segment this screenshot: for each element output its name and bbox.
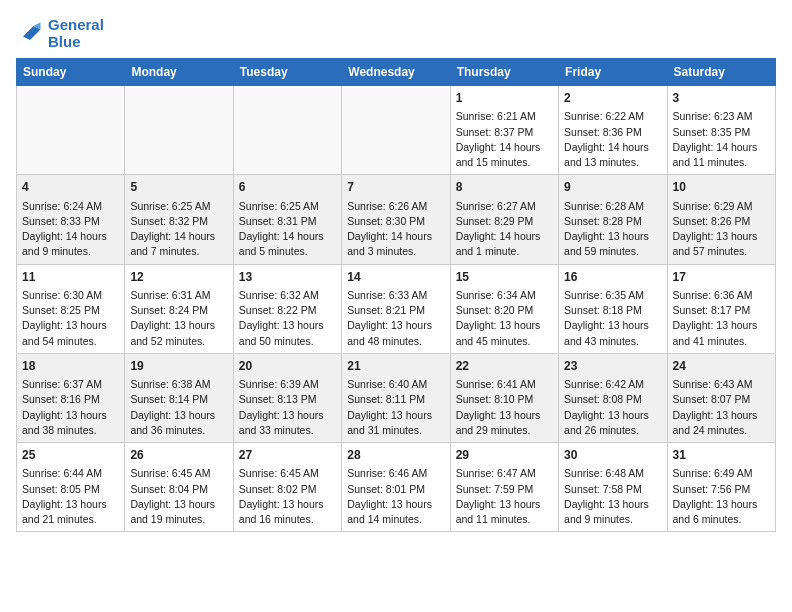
day-info-line: Sunset: 8:31 PM — [239, 214, 336, 229]
day-info-line: and 11 minutes. — [673, 155, 770, 170]
calendar-cell: 10Sunrise: 6:29 AMSunset: 8:26 PMDayligh… — [667, 175, 775, 264]
day-info-line: Sunrise: 6:44 AM — [22, 466, 119, 481]
day-info-line: Sunrise: 6:27 AM — [456, 199, 553, 214]
day-number: 29 — [456, 447, 553, 464]
day-info-line: Daylight: 13 hours — [564, 497, 661, 512]
weekday-header: Wednesday — [342, 59, 450, 86]
day-info-line: and 9 minutes. — [22, 244, 119, 259]
day-number: 2 — [564, 90, 661, 107]
day-info-line: Sunrise: 6:38 AM — [130, 377, 227, 392]
day-info-line: Daylight: 14 hours — [564, 140, 661, 155]
day-info-line: and 9 minutes. — [564, 512, 661, 527]
day-info-line: Sunset: 8:26 PM — [673, 214, 770, 229]
day-info-line: Sunrise: 6:21 AM — [456, 109, 553, 124]
day-info-line: Daylight: 14 hours — [347, 229, 444, 244]
day-info-line: Daylight: 13 hours — [456, 497, 553, 512]
day-info-line: Daylight: 13 hours — [456, 408, 553, 423]
day-info-line: Daylight: 14 hours — [239, 229, 336, 244]
day-info-line: Sunset: 8:36 PM — [564, 125, 661, 140]
calendar-cell — [125, 86, 233, 175]
day-info-line: and 7 minutes. — [130, 244, 227, 259]
day-info-line: Sunrise: 6:25 AM — [239, 199, 336, 214]
calendar-cell: 6Sunrise: 6:25 AMSunset: 8:31 PMDaylight… — [233, 175, 341, 264]
weekday-header: Monday — [125, 59, 233, 86]
day-info-line: Sunset: 8:37 PM — [456, 125, 553, 140]
day-info-line: Daylight: 13 hours — [347, 408, 444, 423]
day-info-line: and 3 minutes. — [347, 244, 444, 259]
weekday-header: Sunday — [17, 59, 125, 86]
day-info-line: Sunrise: 6:35 AM — [564, 288, 661, 303]
day-number: 11 — [22, 269, 119, 286]
day-number: 17 — [673, 269, 770, 286]
day-info-line: Sunset: 8:10 PM — [456, 392, 553, 407]
calendar-cell: 14Sunrise: 6:33 AMSunset: 8:21 PMDayligh… — [342, 264, 450, 353]
day-info-line: Sunset: 8:20 PM — [456, 303, 553, 318]
day-info-line: Sunrise: 6:33 AM — [347, 288, 444, 303]
day-number: 28 — [347, 447, 444, 464]
day-info-line: Daylight: 14 hours — [22, 229, 119, 244]
calendar-week-row: 1Sunrise: 6:21 AMSunset: 8:37 PMDaylight… — [17, 86, 776, 175]
day-info-line: Sunrise: 6:24 AM — [22, 199, 119, 214]
calendar-cell: 20Sunrise: 6:39 AMSunset: 8:13 PMDayligh… — [233, 353, 341, 442]
calendar-cell: 12Sunrise: 6:31 AMSunset: 8:24 PMDayligh… — [125, 264, 233, 353]
day-info-line: Daylight: 13 hours — [239, 318, 336, 333]
day-info-line: and 5 minutes. — [239, 244, 336, 259]
weekday-header: Tuesday — [233, 59, 341, 86]
day-info-line: Sunset: 8:16 PM — [22, 392, 119, 407]
day-number: 9 — [564, 179, 661, 196]
calendar-cell: 27Sunrise: 6:45 AMSunset: 8:02 PMDayligh… — [233, 443, 341, 532]
day-info-line: Sunset: 8:28 PM — [564, 214, 661, 229]
day-info-line: Daylight: 13 hours — [239, 408, 336, 423]
day-number: 23 — [564, 358, 661, 375]
day-info-line: Sunrise: 6:36 AM — [673, 288, 770, 303]
day-number: 16 — [564, 269, 661, 286]
day-info-line: Sunset: 7:58 PM — [564, 482, 661, 497]
day-info-line: and 24 minutes. — [673, 423, 770, 438]
weekday-header: Thursday — [450, 59, 558, 86]
day-info-line: and 16 minutes. — [239, 512, 336, 527]
day-info-line: Daylight: 13 hours — [22, 408, 119, 423]
day-info-line: Sunrise: 6:45 AM — [239, 466, 336, 481]
day-info-line: and 33 minutes. — [239, 423, 336, 438]
day-info-line: Daylight: 14 hours — [130, 229, 227, 244]
logo: General Blue — [16, 16, 104, 50]
day-info-line: and 26 minutes. — [564, 423, 661, 438]
day-number: 15 — [456, 269, 553, 286]
day-info-line: and 54 minutes. — [22, 334, 119, 349]
day-info-line: and 14 minutes. — [347, 512, 444, 527]
day-info-line: Sunrise: 6:45 AM — [130, 466, 227, 481]
day-info-line: and 15 minutes. — [456, 155, 553, 170]
day-info-line: Sunset: 8:17 PM — [673, 303, 770, 318]
day-info-line: Daylight: 13 hours — [130, 318, 227, 333]
day-info-line: Daylight: 13 hours — [22, 318, 119, 333]
page-header: General Blue — [16, 16, 776, 50]
day-info-line: Sunrise: 6:46 AM — [347, 466, 444, 481]
day-info-line: and 38 minutes. — [22, 423, 119, 438]
day-info-line: Sunset: 8:18 PM — [564, 303, 661, 318]
logo-icon — [16, 19, 44, 47]
calendar-cell: 23Sunrise: 6:42 AMSunset: 8:08 PMDayligh… — [559, 353, 667, 442]
day-info-line: Daylight: 13 hours — [22, 497, 119, 512]
calendar-cell: 3Sunrise: 6:23 AMSunset: 8:35 PMDaylight… — [667, 86, 775, 175]
day-number: 8 — [456, 179, 553, 196]
day-info-line: Daylight: 13 hours — [347, 497, 444, 512]
logo-text: General Blue — [48, 16, 104, 50]
day-info-line: Sunset: 7:59 PM — [456, 482, 553, 497]
day-info-line: Sunset: 8:30 PM — [347, 214, 444, 229]
day-info-line: and 6 minutes. — [673, 512, 770, 527]
calendar-cell: 24Sunrise: 6:43 AMSunset: 8:07 PMDayligh… — [667, 353, 775, 442]
calendar-cell: 15Sunrise: 6:34 AMSunset: 8:20 PMDayligh… — [450, 264, 558, 353]
day-info-line: Sunset: 8:32 PM — [130, 214, 227, 229]
day-info-line: Sunrise: 6:34 AM — [456, 288, 553, 303]
day-info-line: Sunset: 8:04 PM — [130, 482, 227, 497]
day-number: 12 — [130, 269, 227, 286]
calendar-cell: 9Sunrise: 6:28 AMSunset: 8:28 PMDaylight… — [559, 175, 667, 264]
day-number: 1 — [456, 90, 553, 107]
day-info-line: Sunrise: 6:26 AM — [347, 199, 444, 214]
day-info-line: Sunrise: 6:32 AM — [239, 288, 336, 303]
day-info-line: and 50 minutes. — [239, 334, 336, 349]
day-info-line: and 21 minutes. — [22, 512, 119, 527]
day-info-line: Sunset: 8:07 PM — [673, 392, 770, 407]
day-info-line: Sunrise: 6:43 AM — [673, 377, 770, 392]
day-info-line: Sunset: 8:25 PM — [22, 303, 119, 318]
